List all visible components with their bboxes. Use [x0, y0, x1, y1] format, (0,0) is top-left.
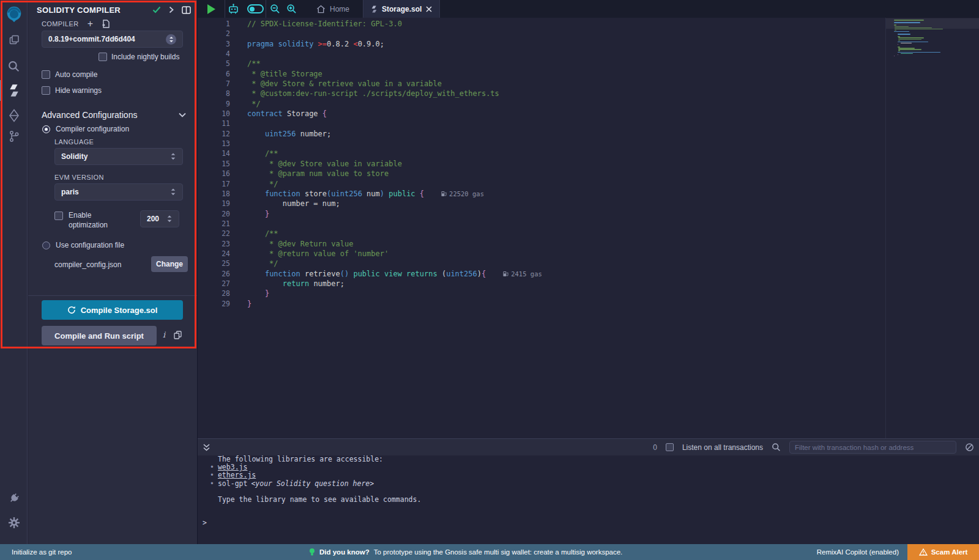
- code-line[interactable]: 14 /**: [198, 149, 885, 158]
- use-configuration-file-radio[interactable]: [42, 241, 50, 249]
- code-line[interactable]: 27 return number;: [198, 279, 885, 289]
- code-text: }: [230, 299, 251, 309]
- code-line[interactable]: 11: [198, 119, 885, 128]
- code-line[interactable]: 24 * @return value of 'number': [198, 249, 885, 259]
- remix-logo[interactable]: [0, 4, 28, 24]
- gas-estimate-badge[interactable]: 2415 gas: [503, 269, 542, 279]
- scam-alert-button[interactable]: Scam Alert: [907, 544, 979, 560]
- add-compiler-icon[interactable]: +: [87, 20, 93, 28]
- library-hint: <your Solidity question here>: [251, 480, 374, 488]
- compile-and-run-button[interactable]: Compile and Run script: [42, 326, 157, 345]
- code-line[interactable]: 17 */: [198, 179, 885, 189]
- code-line[interactable]: 10contract Storage {: [198, 109, 885, 119]
- code-line[interactable]: 15 * @dev Store value in variable: [198, 159, 885, 169]
- code-line[interactable]: 18 function store(uint256 num) public {2…: [198, 189, 885, 199]
- tab-storage-sol[interactable]: Storage.sol: [363, 0, 439, 18]
- code-line[interactable]: 26 function retrieve() public view retur…: [198, 269, 885, 279]
- run-script-button[interactable]: [198, 0, 225, 18]
- zoom-out-icon[interactable]: [270, 4, 280, 14]
- code-line[interactable]: 2: [198, 29, 885, 39]
- minimap[interactable]: [885, 18, 979, 438]
- sidebar-item-plugin-manager[interactable]: [0, 490, 28, 506]
- advanced-configurations-title: Advanced Configurations: [42, 110, 179, 120]
- language-label: LANGUAGE: [54, 138, 94, 146]
- terminal-prompt[interactable]: >: [203, 519, 207, 527]
- code-text: * @custom:dev-run-script ./scripts/deplo…: [230, 89, 499, 98]
- line-number: 29: [198, 299, 230, 309]
- code-line[interactable]: 3pragma solidity >=0.8.2 <0.9.0;: [198, 39, 885, 49]
- code-line[interactable]: 19 number = num;: [198, 199, 885, 208]
- terminal-search-icon[interactable]: [772, 443, 781, 452]
- sidebar-item-file-explorer[interactable]: [0, 32, 28, 48]
- code-line[interactable]: 1// SPDX-License-Identifier: GPL-3.0: [198, 19, 885, 29]
- sidebar-item-solidity-compiler[interactable]: [0, 82, 28, 99]
- close-icon[interactable]: [426, 6, 432, 12]
- code-line[interactable]: 12 uint256 number;: [198, 129, 885, 139]
- code-line[interactable]: 28 }: [198, 289, 885, 298]
- code-text: */: [230, 259, 278, 268]
- language-select[interactable]: Solidity: [54, 148, 183, 165]
- code-line[interactable]: 22 /**: [198, 229, 885, 238]
- nightly-builds-checkbox[interactable]: [99, 53, 107, 61]
- code-line[interactable]: 5/**: [198, 59, 885, 68]
- version-stepper-icon[interactable]: [166, 34, 176, 45]
- tab-bar: Home Storage.sol: [198, 0, 979, 18]
- sidebar-item-settings[interactable]: [0, 515, 28, 531]
- line-number: 5: [198, 59, 230, 68]
- sidebar-item-git[interactable]: [0, 128, 28, 144]
- line-number: 4: [198, 49, 230, 59]
- chevron-right-icon[interactable]: [169, 6, 174, 13]
- clear-console-icon[interactable]: [965, 443, 974, 452]
- code-line[interactable]: 16 * @param num value to store: [198, 169, 885, 179]
- code-line[interactable]: 7 * @dev Store & retrieve value in a var…: [198, 79, 885, 89]
- copilot-toggle[interactable]: [247, 4, 264, 13]
- auto-compile-checkbox[interactable]: [42, 70, 50, 79]
- compiler-version-select[interactable]: 0.8.19+commit.7dd6d404: [42, 31, 183, 48]
- copilot-status[interactable]: RemixAI Copilot (enabled): [817, 548, 899, 556]
- copy-icon[interactable]: [174, 331, 182, 339]
- tip-title: Did you know?: [319, 548, 370, 556]
- sidebar-item-search[interactable]: [0, 58, 28, 74]
- code-line[interactable]: 21: [198, 219, 885, 229]
- sidebar-item-deploy-run[interactable]: [0, 108, 28, 123]
- compile-button[interactable]: Compile Storage.sol: [42, 300, 183, 320]
- code-line[interactable]: 9 */: [198, 99, 885, 109]
- compiler-configuration-radio[interactable]: [42, 125, 50, 133]
- code-editor[interactable]: 1// SPDX-License-Identifier: GPL-3.023pr…: [198, 18, 979, 438]
- code-line[interactable]: 20 }: [198, 209, 885, 219]
- enable-optimization-checkbox[interactable]: [54, 212, 63, 220]
- terminal-hint: Type the library name to see available c…: [198, 496, 979, 504]
- code-area: 1// SPDX-License-Identifier: GPL-3.023pr…: [198, 19, 885, 309]
- hide-warnings-checkbox[interactable]: [42, 86, 50, 95]
- code-text: pragma solidity >=0.8.2 <0.9.0;: [230, 39, 384, 49]
- git-init-status[interactable]: Initialize as git repo: [12, 548, 72, 556]
- info-icon[interactable]: i: [163, 330, 165, 339]
- optimization-runs-input[interactable]: 200: [140, 210, 179, 227]
- code-line[interactable]: 8 * @custom:dev-run-script ./scripts/dep…: [198, 89, 885, 98]
- zoom-in-icon[interactable]: [286, 4, 297, 14]
- file-explorer-icon: [8, 34, 20, 46]
- collapse-terminal-icon[interactable]: [203, 443, 210, 452]
- code-line[interactable]: 29}: [198, 299, 885, 309]
- change-config-button[interactable]: Change: [151, 256, 188, 272]
- optimization-runs-value: 200: [147, 215, 166, 223]
- terminal[interactable]: The following libraries are accessible: …: [198, 455, 979, 544]
- split-panel-icon[interactable]: [182, 6, 191, 14]
- terminal-intro: The following libraries are accessible:: [198, 455, 979, 463]
- gas-estimate-badge[interactable]: 22520 gas: [441, 189, 484, 199]
- code-line[interactable]: 4: [198, 49, 885, 59]
- code-text: [230, 119, 247, 128]
- transaction-filter-input[interactable]: [789, 441, 956, 454]
- code-line[interactable]: 23 * @dev Return value: [198, 239, 885, 249]
- code-line[interactable]: 13: [198, 139, 885, 149]
- advanced-configurations-toggle[interactable]: Advanced Configurations: [42, 110, 186, 120]
- code-line[interactable]: 25 */: [198, 259, 885, 268]
- code-line[interactable]: 6 * @title Storage: [198, 69, 885, 79]
- line-number: 6: [198, 69, 230, 79]
- tab-home[interactable]: Home: [309, 0, 357, 18]
- listen-transactions-checkbox[interactable]: [666, 443, 674, 451]
- evm-version-select[interactable]: paris: [54, 183, 183, 201]
- open-file-icon[interactable]: [102, 20, 110, 28]
- library-link[interactable]: ethers.js: [218, 471, 256, 479]
- ai-robot-icon[interactable]: [227, 3, 240, 15]
